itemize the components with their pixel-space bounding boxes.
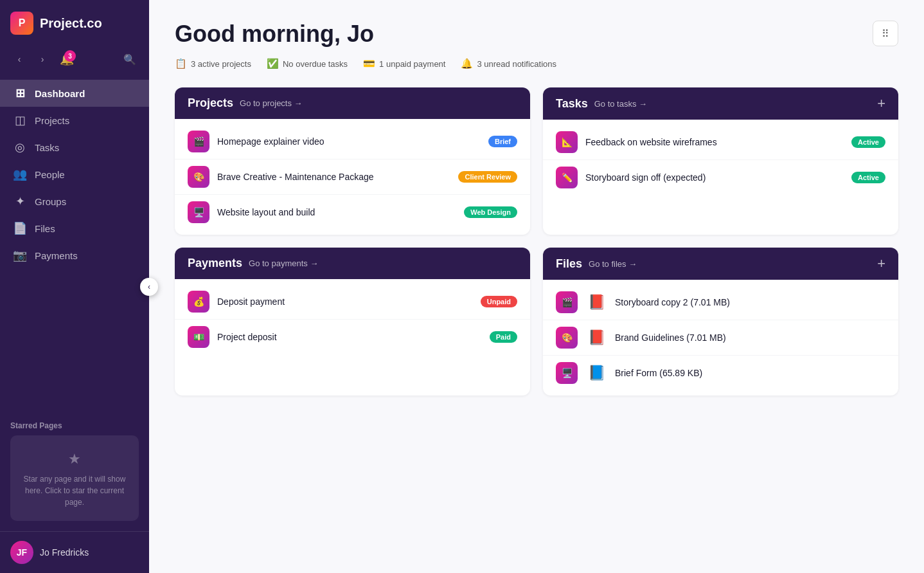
- main-nav: ⊞ Dashboard ◫ Projects ◎ Tasks 👥 People …: [0, 77, 149, 414]
- grid-view-button[interactable]: ⠿: [873, 21, 898, 46]
- starred-empty-state: ★ Star any page and it will show here. C…: [10, 435, 139, 521]
- task-label: Feedback on website wireframes: [585, 137, 844, 147]
- table-row: 🖥️ 📘 Brief Form (65.89 KB): [543, 356, 898, 390]
- table-row: 🎨 📕 Brand Guidelines (7.01 MB): [543, 320, 898, 356]
- payment-label: Project deposit: [217, 332, 482, 342]
- tasks-goto-link[interactable]: Go to tasks →: [594, 99, 647, 109]
- status-badge: Active: [851, 172, 885, 183]
- nav-forward-button[interactable]: ›: [33, 50, 51, 68]
- add-task-button[interactable]: +: [877, 96, 885, 111]
- tasks-card-header: Tasks Go to tasks → +: [543, 87, 898, 120]
- sidebar-item-label: Dashboard: [35, 88, 85, 99]
- main-content: Good morning, Jo ⠿ 📋 3 active projects ✅…: [149, 0, 924, 573]
- summary-notifications: 🔔 3 unread notifications: [461, 58, 556, 69]
- files-card-title: Files: [556, 257, 582, 271]
- dashboard-grid: Projects Go to projects → 🎬 Homepage exp…: [175, 87, 898, 396]
- doc-icon: 📘: [585, 362, 607, 384]
- projects-card: Projects Go to projects → 🎬 Homepage exp…: [175, 87, 530, 235]
- clipboard-icon: 📋: [175, 58, 187, 69]
- payments-card-body: 💰 Deposit payment Unpaid 💵 Project depos…: [175, 279, 530, 359]
- status-badge: Paid: [490, 331, 517, 343]
- projects-goto-link[interactable]: Go to projects →: [240, 98, 303, 108]
- logo-icon: P: [10, 12, 33, 35]
- projects-card-body: 🎬 Homepage explainer video Brief 🎨 Brave…: [175, 119, 530, 235]
- table-row: 💰 Deposit payment Unpaid: [175, 284, 530, 320]
- nav-controls: ‹ › 🔔 3 🔍: [0, 46, 149, 77]
- pdf-icon: 📕: [585, 327, 607, 349]
- avatar: JF: [10, 541, 33, 564]
- tasks-card-title: Tasks: [556, 97, 588, 111]
- sidebar-item-label: Tasks: [35, 142, 59, 153]
- sidebar-item-payments[interactable]: 📷 Payments: [0, 242, 149, 269]
- table-row: 💵 Project deposit Paid: [175, 320, 530, 354]
- projects-card-title: Projects: [188, 96, 233, 110]
- payment-label: Deposit payment: [217, 296, 473, 307]
- file-label: Storyboard copy 2 (7.01 MB): [615, 297, 885, 307]
- sidebar-item-dashboard[interactable]: ⊞ Dashboard: [0, 80, 149, 107]
- tasks-card: Tasks Go to tasks → + 📐 Feedback on webs…: [543, 87, 898, 235]
- sidebar-item-label: Projects: [35, 115, 69, 126]
- notification-badge: 3: [64, 50, 76, 62]
- avatar: 📐: [556, 131, 578, 153]
- file-label: Brand Guidelines (7.01 MB): [615, 332, 885, 343]
- user-name: Jo Fredricks: [40, 547, 89, 558]
- sidebar-item-people[interactable]: 👥 People: [0, 161, 149, 188]
- avatar: 💵: [188, 326, 209, 348]
- status-badge: Brief: [488, 136, 517, 147]
- sidebar-item-files[interactable]: 📄 Files: [0, 215, 149, 242]
- table-row: 📐 Feedback on website wireframes Active: [543, 125, 898, 160]
- payment-icon: 💳: [363, 58, 375, 69]
- payments-icon: 📷: [13, 248, 27, 262]
- bell-icon: 🔔: [461, 58, 473, 69]
- summary-overdue-tasks: ✅ No overdue tasks: [267, 58, 348, 69]
- summary-active-projects: 📋 3 active projects: [175, 58, 251, 69]
- status-badge: Active: [851, 136, 885, 148]
- sidebar-item-projects[interactable]: ◫ Projects: [0, 107, 149, 134]
- overdue-tasks-text: No overdue tasks: [283, 59, 348, 69]
- people-icon: 👥: [13, 167, 27, 181]
- files-goto-link[interactable]: Go to files →: [589, 259, 637, 269]
- notifications-button[interactable]: 🔔 3: [57, 49, 77, 69]
- avatar: 🎨: [188, 166, 209, 188]
- sidebar-item-label: Files: [35, 223, 55, 234]
- project-label: Homepage explainer video: [217, 136, 481, 147]
- tasks-card-body: 📐 Feedback on website wireframes Active …: [543, 120, 898, 200]
- sidebar-item-label: Payments: [35, 250, 78, 261]
- main-header: Good morning, Jo ⠿: [175, 21, 898, 48]
- avatar: 💰: [188, 291, 209, 313]
- check-icon: ✅: [267, 58, 279, 69]
- payments-goto-link[interactable]: Go to payments →: [249, 259, 318, 268]
- groups-icon: ✦: [13, 194, 27, 208]
- avatar: 🎬: [188, 131, 209, 152]
- starred-pages-section: Starred Pages ★ Star any page and it wil…: [0, 414, 149, 531]
- avatar: 🖥️: [556, 362, 578, 384]
- unpaid-payment-text: 1 unpaid payment: [379, 59, 445, 69]
- summary-bar: 📋 3 active projects ✅ No overdue tasks 💳…: [175, 58, 898, 69]
- sidebar-item-tasks[interactable]: ◎ Tasks: [0, 134, 149, 161]
- nav-back-button[interactable]: ‹: [10, 50, 28, 68]
- avatar: 🖥️: [188, 201, 209, 223]
- payments-card: Payments Go to payments → 💰 Deposit paym…: [175, 248, 530, 396]
- sidebar-item-groups[interactable]: ✦ Groups: [0, 188, 149, 215]
- avatar: 🎨: [556, 327, 578, 349]
- files-icon: 📄: [13, 221, 27, 235]
- unread-notifications-text: 3 unread notifications: [477, 59, 556, 69]
- table-row: 🎬 Homepage explainer video Brief: [175, 124, 530, 159]
- add-file-button[interactable]: +: [877, 257, 885, 271]
- status-badge: Web Design: [464, 206, 517, 218]
- starred-empty-text: Star any page and it will show here. Cli…: [24, 475, 126, 507]
- status-badge: Unpaid: [481, 296, 517, 307]
- file-label: Brief Form (65.89 KB): [615, 368, 885, 378]
- sidebar-item-label: People: [35, 169, 65, 180]
- files-card-body: 🎬 📕 Storyboard copy 2 (7.01 MB) 🎨 📕 Bran…: [543, 280, 898, 396]
- sidebar-collapse-button[interactable]: ‹: [140, 278, 158, 296]
- dashboard-icon: ⊞: [13, 86, 27, 100]
- search-button[interactable]: 🔍: [121, 50, 139, 68]
- greeting-text: Good morning, Jo: [175, 21, 374, 48]
- avatar: 🎬: [556, 291, 578, 313]
- tasks-icon: ◎: [13, 140, 27, 154]
- user-profile[interactable]: JF Jo Fredricks: [0, 531, 149, 573]
- files-card: Files Go to files → + 🎬 📕 Storyboard cop…: [543, 248, 898, 396]
- app-logo: P Project.co: [0, 0, 149, 46]
- projects-icon: ◫: [13, 113, 27, 127]
